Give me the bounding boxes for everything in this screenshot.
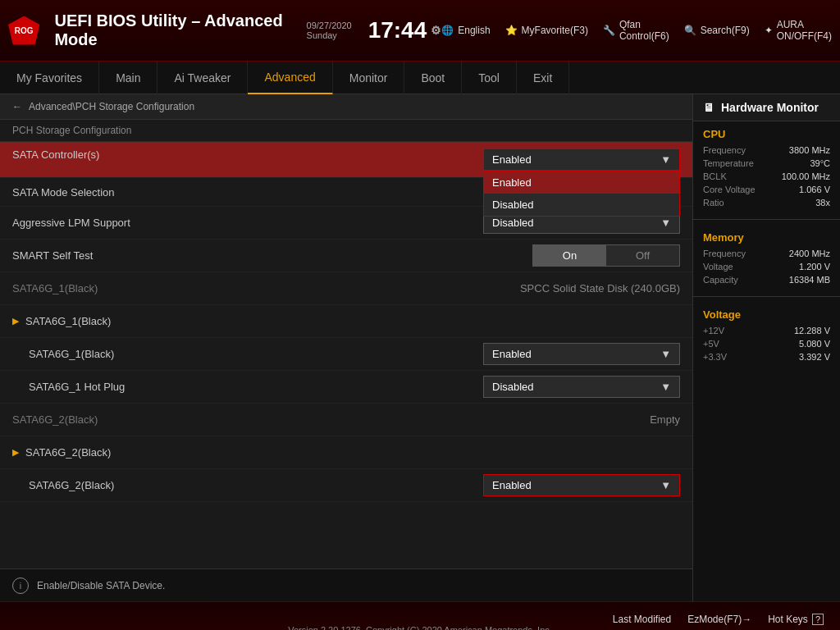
sata6g2-expand-icon: ▶: [12, 447, 19, 458]
sata6g1-hotplug-dropdown[interactable]: Disabled ▼: [483, 376, 680, 398]
nav-my-favorites[interactable]: My Favorites: [0, 62, 99, 94]
mem-volt-key: Voltage: [703, 262, 733, 272]
fan-icon: 🔧: [603, 25, 615, 36]
cpu-ratio-key: Ratio: [703, 198, 724, 208]
sata-controllers-label: SATA Controller(s): [12, 148, 483, 161]
last-modified-button[interactable]: Last Modified: [613, 614, 671, 625]
mem-freq-val: 2400 MHz: [789, 249, 830, 258]
volt-12v-val: 12.288 V: [794, 326, 830, 336]
sata-controllers-dropdown-open: Enabled Disabled: [483, 171, 680, 217]
page-subtitle: PCH Storage Configuration: [0, 120, 692, 142]
mem-freq-row: Frequency 2400 MHz: [703, 249, 830, 258]
sata-controllers-dropdown-box[interactable]: Enabled ▼: [483, 148, 680, 171]
search-icon: 🔍: [684, 25, 696, 36]
sata-controllers-dropdown[interactable]: Enabled ▼ Enabled Disabled: [483, 148, 680, 171]
sata6g1-hotplug-label: SATA6G_1 Hot Plug: [12, 381, 483, 393]
toggle-off-button[interactable]: Off: [606, 245, 679, 266]
qfan-tool[interactable]: 🔧 Qfan Control(F6): [603, 19, 669, 42]
sata6g1-group-toggle[interactable]: ▶ SATA6G_1(Black): [12, 315, 111, 327]
sata6g2-group-row[interactable]: ▶ SATA6G_2(Black): [0, 436, 692, 469]
toggle-on-button[interactable]: On: [533, 245, 606, 266]
volt-5v-key: +5V: [703, 339, 719, 349]
aggressive-lpm-arrow-icon: ▼: [660, 217, 671, 229]
info-icon: i: [12, 578, 29, 594]
ez-mode-button[interactable]: EzMode(F7)→: [687, 614, 751, 625]
cpu-ratio-val: 38x: [815, 198, 830, 208]
sata6g1-info-row: SATA6G_1(Black) SPCC Solid State Disk (2…: [0, 272, 692, 305]
back-arrow-icon[interactable]: ←: [12, 101, 22, 112]
mem-freq-key: Frequency: [703, 249, 746, 258]
sata6g1-info-label: SATA6G_1(Black): [12, 282, 520, 294]
info-bar: i Enable/Disable SATA Device.: [0, 568, 692, 601]
dropdown-option-enabled[interactable]: Enabled: [484, 171, 679, 194]
logo-area: ROG UEFI BIOS Utility – Advanced Mode: [8, 11, 290, 49]
nav-exit[interactable]: Exit: [517, 62, 569, 94]
nav-boot[interactable]: Boot: [404, 62, 462, 94]
sata6g1-setting-label: SATA6G_1(Black): [12, 348, 483, 360]
smart-selftest-row: SMART Self Test On Off: [0, 240, 692, 272]
hot-keys-button[interactable]: Hot Keys ?: [768, 614, 824, 625]
search-tool[interactable]: 🔍 Search(F9): [684, 25, 750, 36]
myfavorite-tool[interactable]: ⭐ MyFavorite(F3): [505, 25, 588, 36]
sata6g2-info-row: SATA6G_2(Black) Empty: [0, 404, 692, 436]
sata6g2-setting-label: SATA6G_2(Black): [12, 479, 483, 491]
nav-main[interactable]: Main: [99, 62, 158, 94]
cpu-temp-row: Temperature 39°C: [703, 158, 830, 168]
nav-monitor[interactable]: Monitor: [333, 62, 405, 94]
volt-12v-key: +12V: [703, 326, 724, 336]
rog-logo: ROG: [8, 16, 39, 45]
hardware-monitor-sidebar: 🖥 Hardware Monitor CPU Frequency 3800 MH…: [692, 94, 840, 601]
sata6g1-dropdown[interactable]: Enabled ▼: [483, 343, 680, 365]
mem-cap-val: 16384 MB: [789, 275, 830, 285]
nav-bar: My Favorites Main Ai Tweaker Advanced Mo…: [0, 62, 840, 94]
cpu-freq-row: Frequency 3800 MHz: [703, 145, 830, 155]
sata6g1-device-name: SPCC Solid State Disk (240.0GB): [520, 282, 680, 294]
aura-tool[interactable]: ✦ AURA ON/OFF(F4): [765, 19, 832, 42]
settings-table: SATA Controller(s) Enabled ▼ Enabled Dis…: [0, 142, 692, 568]
cpu-section-title: CPU: [703, 128, 830, 140]
expand-arrow-icon: ▶: [12, 316, 19, 326]
dropdown-option-disabled[interactable]: Disabled: [484, 194, 679, 216]
cpu-temp-val: 39°C: [810, 158, 830, 168]
settings-gear-icon[interactable]: ⚙: [431, 24, 441, 37]
volt-33v-row: +3.3V 3.392 V: [703, 352, 830, 362]
breadcrumb-path: Advanced\PCH Storage Configuration: [29, 101, 194, 112]
cpu-bclk-key: BCLK: [703, 171, 727, 181]
cpu-corevolt-row: Core Voltage 1.066 V: [703, 185, 830, 194]
volt-5v-val: 5.080 V: [799, 339, 830, 349]
sata-controllers-row[interactable]: SATA Controller(s) Enabled ▼ Enabled Dis…: [0, 142, 692, 178]
sata6g1-hotplug-row[interactable]: SATA6G_1 Hot Plug Disabled ▼: [0, 371, 692, 404]
content-area: ← Advanced\PCH Storage Configuration PCH…: [0, 94, 692, 601]
aura-icon: ✦: [765, 25, 773, 36]
cpu-corevolt-key: Core Voltage: [703, 185, 756, 194]
language-tool[interactable]: 🌐 English: [441, 25, 490, 36]
smart-selftest-toggle[interactable]: On Off: [532, 244, 680, 267]
time-display: 17:44 ⚙: [368, 17, 442, 43]
sata-controllers-value: Enabled: [492, 153, 532, 166]
sata6g1-group-row[interactable]: ▶ SATA6G_1(Black): [0, 305, 692, 338]
volt-12v-row: +12V 12.288 V: [703, 326, 830, 336]
sata6g1-arrow-icon: ▼: [660, 348, 671, 360]
sata6g2-setting-row[interactable]: SATA6G_2(Black) Enabled ▼: [0, 469, 692, 502]
voltage-section: Voltage +12V 12.288 V +5V 5.080 V +3.3V …: [693, 302, 840, 368]
nav-ai-tweaker[interactable]: Ai Tweaker: [158, 62, 248, 94]
nav-tool[interactable]: Tool: [462, 62, 517, 94]
sata6g2-group-label: SATA6G_2(Black): [25, 446, 111, 459]
sata6g2-group-toggle[interactable]: ▶ SATA6G_2(Black): [12, 446, 111, 459]
header: ROG UEFI BIOS Utility – Advanced Mode 09…: [0, 0, 840, 62]
globe-icon: 🌐: [441, 25, 454, 36]
voltage-section-title: Voltage: [703, 308, 830, 321]
sata6g2-value: Enabled: [492, 479, 532, 491]
app-title: UEFI BIOS Utility – Advanced Mode: [54, 11, 290, 49]
mem-volt-val: 1.200 V: [799, 262, 830, 272]
nav-advanced[interactable]: Advanced: [248, 62, 332, 94]
breadcrumb: ← Advanced\PCH Storage Configuration: [0, 94, 692, 120]
cpu-freq-key: Frequency: [703, 145, 746, 155]
monitor-icon: 🖥: [703, 101, 714, 114]
dropdown-arrow-icon: ▼: [660, 153, 671, 166]
sata6g2-dropdown[interactable]: Enabled ▼: [483, 474, 680, 496]
smart-selftest-label: SMART Self Test: [12, 249, 532, 262]
sata6g1-hotplug-arrow-icon: ▼: [660, 381, 671, 393]
star-icon: ⭐: [505, 25, 518, 36]
sata6g1-setting-row[interactable]: SATA6G_1(Black) Enabled ▼: [0, 338, 692, 371]
